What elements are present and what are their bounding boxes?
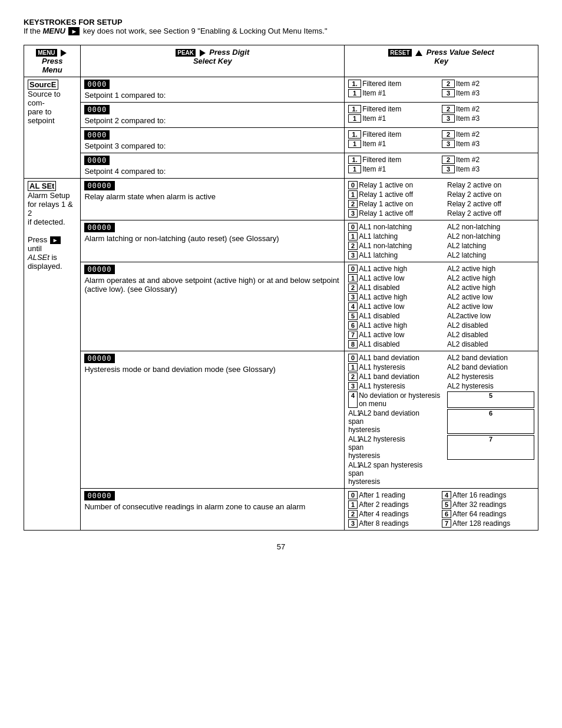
peak-badge: PEAK	[176, 49, 196, 57]
code-setpoint3: 0000	[84, 130, 110, 140]
source-row-4: 0000 Setpoint 4 compared to: 1.Filtered …	[24, 153, 538, 179]
reset-badge: RESET	[388, 49, 411, 57]
alset-row-1: AL SEt Alarm Setupfor relays 1 & 2if det…	[24, 179, 538, 220]
col3-header: RESET Press Value SelectKey	[345, 45, 538, 77]
code-relay-alarm: 00000	[84, 181, 114, 190]
code-active-highlow: 00000	[84, 265, 114, 274]
source-row-3: 0000 Setpoint 3 compared to: 1.Filtered …	[24, 128, 538, 153]
active-highlow-digit: 00000 Alarm operates at and above setpoi…	[81, 262, 345, 351]
setpoint3-digit: 0000 Setpoint 3 compared to:	[81, 128, 345, 153]
hysteresis-values: 0AL1 band deviationAL2 band deviation 1A…	[345, 351, 538, 489]
setpoint4-digit: 0000 Setpoint 4 compared to:	[81, 153, 345, 179]
code-hysteresis: 00000	[84, 354, 114, 363]
main-table: MENU PressMenu PEAK Press DigitSelect Ke…	[24, 45, 538, 531]
alset-row-5: 00000 Number of consecutive readings in …	[24, 489, 538, 531]
setpoint1-values: 1.Filtered item 2Item #2 1Item #1 3Item …	[345, 77, 538, 103]
alset-row-3: 00000 Alarm operates at and above setpoi…	[24, 262, 538, 351]
code-consecutive: 00000	[84, 491, 114, 500]
setpoint1-digit: 0000 Setpoint 1 compared to:	[81, 77, 345, 103]
hysteresis-digit: 00000 Hysteresis mode or band deviation …	[81, 351, 345, 489]
arrow-right-icon	[61, 50, 67, 57]
setup-header: KEYSTROKES FOR SETUP If the MENU ► key d…	[24, 18, 538, 35]
arrow-up-icon	[415, 50, 422, 56]
source-row-1: SourcE Source to com-pare to setpoint 00…	[24, 77, 538, 103]
section-subtitle: If the MENU ► key does not work, see Sec…	[24, 27, 538, 35]
consecutive-values: 0After 1 reading 4After 16 readings 1Aft…	[345, 489, 538, 531]
source-row-2: 0000 Setpoint 2 compared to: 1.Filtered …	[24, 103, 538, 128]
code-setpoint4: 0000	[84, 156, 110, 165]
page-number: 57	[24, 542, 538, 551]
setpoint2-digit: 0000 Setpoint 2 compared to:	[81, 103, 345, 128]
setpoint4-values: 1.Filtered item 2Item #2 1Item #1 3Item …	[345, 153, 538, 179]
setpoint2-values: 1.Filtered item 2Item #2 1Item #1 3Item …	[345, 103, 538, 128]
code-setpoint2: 0000	[84, 105, 110, 114]
alset-row-4: 00000 Hysteresis mode or band deviation …	[24, 351, 538, 489]
col2-header: PEAK Press DigitSelect Key	[81, 45, 345, 77]
code-setpoint1: 0000	[84, 80, 110, 89]
consecutive-digit: 00000 Number of consecutive readings in …	[81, 489, 345, 531]
setpoint3-values: 1.Filtered item 2Item #2 1Item #1 3Item …	[345, 128, 538, 153]
alset-row-2: 00000 Alarm latching or non-latching (au…	[24, 220, 538, 262]
latching-values: 0AL1 non-latchingAL2 non-latching 1AL1 l…	[345, 220, 538, 262]
latching-digit: 00000 Alarm latching or non-latching (au…	[81, 220, 345, 262]
alset-label: AL SEt Alarm Setupfor relays 1 & 2if det…	[24, 179, 81, 531]
code-latching: 00000	[84, 223, 114, 232]
col1-header: MENU PressMenu	[24, 45, 81, 77]
relay-alarm-values: 0Relay 1 active onRelay 2 active on 1Rel…	[345, 179, 538, 220]
menu-arrow-icon: ►	[68, 27, 80, 35]
active-highlow-values: 0AL1 active highAL2 active high 1AL1 act…	[345, 262, 538, 351]
menu-badge: MENU	[36, 49, 57, 57]
relay-alarm-digit: 00000 Relay alarm state when alarm is ac…	[81, 179, 345, 220]
section-title: KEYSTROKES FOR SETUP	[24, 18, 538, 27]
source-label: SourcE Source to com-pare to setpoint	[24, 77, 81, 179]
arrow-right-icon2	[200, 50, 206, 57]
